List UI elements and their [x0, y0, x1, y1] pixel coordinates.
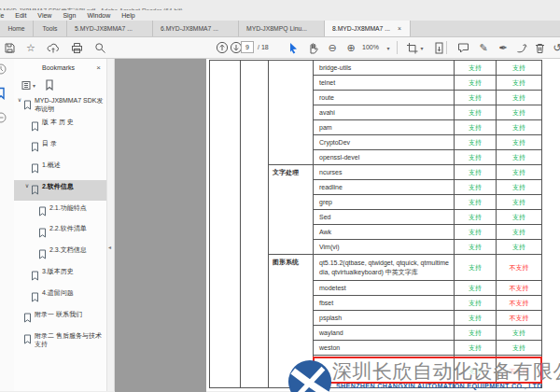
tab-close-icon[interactable]: × — [398, 25, 401, 32]
bookmark-item[interactable]: 版 本 历 史 — [14, 116, 106, 137]
bookmark-label: 1.概述 — [40, 161, 105, 169]
menu-item-sign[interactable]: Sign — [62, 10, 77, 21]
zoom-caret-icon[interactable]: ▾ — [381, 40, 396, 55]
bookmark-label: 2.2.软件清单 — [48, 224, 105, 232]
search-icon[interactable] — [92, 40, 107, 55]
tab-myd-jx8mpq-linu-[interactable]: MYD-JX8MPQ Linu... — [239, 21, 325, 36]
zoom-in-icon[interactable]: ⊕ — [343, 40, 358, 55]
tab-8-myd-jx8mma7-[interactable]: 8.MYD-JX8MMA7 ...× — [325, 21, 411, 36]
bookmarks-panel-icon[interactable] — [0, 87, 9, 102]
bookmark-label: 3.版本历史 — [40, 267, 105, 275]
options-grid-icon[interactable]: ▾ — [21, 80, 35, 91]
bookmark-item[interactable]: 目 录 — [14, 137, 106, 159]
package-name-cell: grep — [314, 195, 455, 210]
support-cell: 支持 — [455, 105, 497, 120]
page-number-input[interactable]: 9 — [241, 41, 254, 53]
tab-bar: HomeTools5.MYD-JX8MMA7 ...6.MYD-JX8MMA7 … — [0, 21, 560, 37]
support-cell: 支持 — [455, 296, 497, 311]
print-icon[interactable] — [69, 40, 84, 55]
tab-6-myd-jx8mma7-[interactable]: 6.MYD-JX8MMA7 ... — [153, 21, 239, 36]
support-cell: 支持 — [455, 135, 497, 150]
annotation-red-rectangle[interactable] — [313, 357, 542, 384]
bookmark-item[interactable]: ∨MYD-JX8MMA7 SDK发布说明 — [14, 94, 106, 116]
trash-icon[interactable] — [532, 40, 547, 55]
document-background — [115, 59, 206, 392]
acrobat-window: 8.MYD-JX8MMA7 SDK发布说明.pdf - Adobe Acroba… — [0, 0, 560, 392]
window-titlebar: 8.MYD-JX8MMA7 SDK发布说明.pdf - Adobe Acroba… — [0, 0, 560, 10]
menu-item-window[interactable]: Window — [86, 10, 111, 21]
support-cell: 支持 — [455, 311, 497, 326]
package-name-cell: wayland — [314, 326, 455, 341]
comment-icon[interactable] — [455, 40, 470, 55]
scroll-mode-icon[interactable] — [431, 40, 446, 55]
bookmark-label: 版 本 历 史 — [40, 118, 105, 126]
category-cell: 图形系统 — [269, 255, 314, 388]
panel-rail — [0, 59, 14, 391]
bookmark-item[interactable]: 2.3.文档信息 — [14, 244, 106, 265]
menu-item-edit[interactable]: Edit — [14, 10, 27, 21]
main-toolbar: ☆ 9 / 18 ⊖ ⊕ 100% ▾ ▾ — [0, 37, 560, 59]
category-cell: 文字处理 — [269, 165, 314, 255]
bookmark-icon[interactable] — [45, 79, 54, 91]
sidebar-resize-handle[interactable]: ◂ — [107, 59, 115, 391]
attachments-panel-icon[interactable] — [0, 111, 9, 126]
close-panel-icon[interactable]: × — [96, 63, 101, 72]
package-name-cell: weston — [314, 341, 455, 356]
rotate-icon[interactable]: ↺ — [550, 40, 560, 55]
bookmark-item[interactable]: 2.1.功能特点 — [14, 201, 106, 222]
support-cell: 支持 — [455, 341, 497, 356]
marquee-caret-icon[interactable]: ▾ — [414, 40, 429, 55]
software-support-table: bridge-utils支持支持telnet支持支持route支持支持avahi… — [209, 60, 542, 388]
package-name-cell: Sed — [314, 210, 455, 225]
bookmark-item[interactable]: 附录一 联系我们 — [14, 308, 106, 329]
support-cell: 不支持 — [497, 255, 542, 281]
package-name-cell: CryptoDev — [314, 135, 455, 150]
cloud-upload-icon[interactable] — [46, 40, 61, 55]
hand-tool-icon[interactable] — [305, 40, 320, 55]
bookmark-item[interactable]: 2.2.软件清单 — [14, 222, 106, 244]
support-cell: 支持 — [497, 76, 542, 91]
bookmark-label: 2.1.功能特点 — [48, 203, 105, 212]
tab-5-myd-jx8mma7-[interactable]: 5.MYD-JX8MMA7 ... — [67, 21, 153, 36]
bookmark-item[interactable]: 附录二 售后服务与技术支持 — [14, 329, 106, 351]
bookmark-label: MYD-JX8MMA7 SDK发布说明 — [33, 96, 105, 113]
support-cell: 支持 — [497, 120, 542, 135]
zoom-level-label[interactable]: 100% — [362, 41, 379, 53]
chevron-down-icon[interactable]: ∨ — [23, 182, 31, 190]
select-cursor-icon[interactable] — [286, 40, 301, 55]
support-cell: 支持 — [455, 195, 497, 210]
zoom-out-icon[interactable]: ⊖ — [325, 40, 340, 55]
tab-home[interactable]: Home — [0, 21, 34, 36]
bookmark-item[interactable]: 1.概述 — [14, 159, 106, 180]
bookmark-item[interactable]: 4.遗留问题 — [14, 287, 106, 308]
menu-item-help[interactable]: Help — [120, 10, 135, 21]
merged-empty-cell — [241, 61, 269, 388]
save-icon[interactable] — [2, 40, 17, 55]
bookmark-ribbon-icon — [31, 288, 40, 306]
support-cell: 支持 — [497, 150, 542, 165]
toolbar-divider — [397, 41, 398, 54]
package-name-cell: avahi — [314, 105, 455, 120]
bookmark-label: 2.3.文档信息 — [48, 245, 105, 254]
support-cell: 支持 — [497, 61, 542, 76]
menu-item-view[interactable]: View — [36, 10, 52, 21]
tab-tools[interactable]: Tools — [34, 21, 67, 36]
thumbnails-panel-icon[interactable] — [0, 63, 9, 77]
tab-label: MYD-JX8MPQ Linu... — [246, 25, 307, 32]
menu-item-file[interactable]: File — [0, 10, 5, 21]
package-name-cell: bridge-utils — [314, 61, 455, 76]
star-icon[interactable]: ☆ — [23, 40, 38, 55]
support-cell: 支持 — [455, 255, 497, 281]
fill-sign-icon[interactable] — [514, 40, 529, 55]
tab-label: 6.MYD-JX8MMA7 ... — [161, 25, 218, 32]
support-cell: 支持 — [497, 240, 542, 255]
menu-bar: FileEditViewSignWindowHelp — [0, 10, 560, 21]
bookmark-item[interactable]: 3.版本历史 — [14, 265, 106, 287]
bookmark-item[interactable]: ∨2.软件信息 — [14, 180, 106, 202]
bookmarks-panel: Bookmarks × ▾ ∨MYD-JX8MMA7 SDK发布说明版 本 历 … — [14, 59, 107, 391]
pencil-icon[interactable]: ✎ — [476, 40, 491, 55]
collapse-panel-icon[interactable]: ◂ — [108, 244, 111, 250]
sign-pen-icon[interactable]: ✒ — [496, 40, 511, 55]
chevron-down-icon[interactable]: ∨ — [16, 96, 23, 105]
page-up-icon[interactable] — [215, 40, 230, 55]
